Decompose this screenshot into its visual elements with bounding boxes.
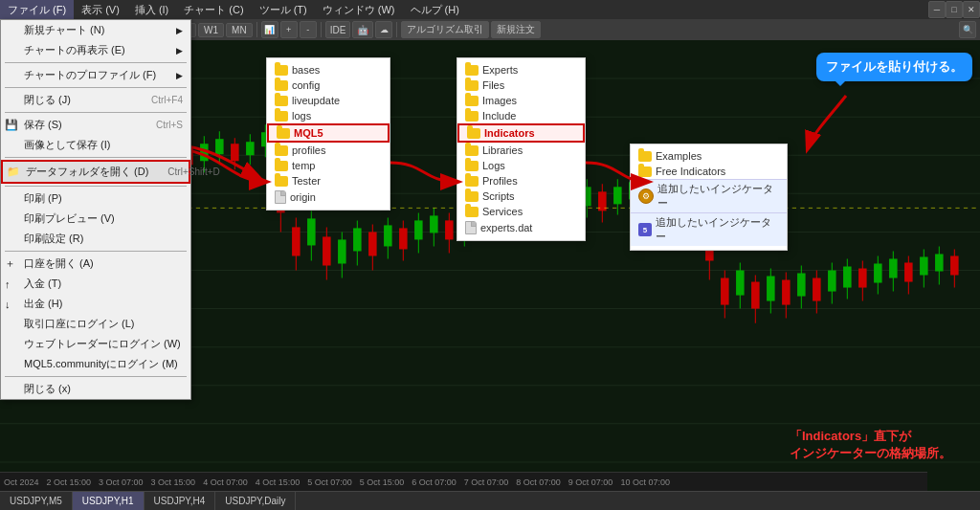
menu-login-webtrader[interactable]: ウェブトレーダーにログイン (W) (1, 334, 190, 354)
menu-deposit[interactable]: ↑ 入金 (T) (1, 274, 190, 294)
menu-save-as-image[interactable]: 画像として保存 (I) (1, 135, 190, 155)
folder-services[interactable]: Services (457, 204, 585, 219)
tab-usdjpy-m5[interactable]: USDJPY,M5 (0, 492, 73, 510)
menu-print-settings[interactable]: 印刷設定 (R) (1, 229, 190, 249)
svg-rect-61 (384, 225, 392, 246)
tab-usdjpy-h4[interactable]: USDJPY,H4 (145, 492, 216, 510)
menu-new-chart[interactable]: 新規チャート (N) ▶ (1, 20, 190, 40)
save-icon: 💾 (5, 119, 18, 131)
folder-liveupdate[interactable]: liveupdate (267, 93, 390, 108)
folder-bases[interactable]: bases (267, 62, 390, 78)
menu-reopen-chart[interactable]: チャートの再表示 (E) ▶ (1, 40, 190, 60)
folder-icon (465, 207, 479, 217)
folder-libraries[interactable]: Libraries (457, 143, 585, 158)
svg-rect-43 (246, 142, 255, 155)
time-axis: Oct 2024 2 Oct 15:00 3 Oct 07:00 3 Oct 1… (0, 472, 927, 491)
svg-rect-127 (889, 258, 898, 277)
menu-close-chart[interactable]: 閉じる (J) Ctrl+F4 (1, 90, 190, 110)
svg-rect-111 (767, 277, 775, 301)
search-icon[interactable]: 🔍 (959, 21, 976, 38)
menu-help[interactable]: ヘルプ (H) (403, 0, 467, 19)
file-icon (275, 190, 286, 204)
folder-images[interactable]: Images (457, 93, 585, 108)
folder-mql5[interactable]: MQL5 (267, 123, 390, 143)
folder-custom-indicator-2[interactable]: 5 追加したいインジケーター (631, 212, 787, 246)
menu-insert[interactable]: 挿入 (I) (127, 0, 176, 19)
svg-rect-57 (353, 228, 362, 251)
close-button[interactable]: ✕ (963, 1, 980, 18)
tf-mn[interactable]: MN (226, 23, 253, 37)
cloud-icon[interactable]: ☁ (375, 21, 392, 38)
svg-rect-67 (430, 215, 438, 233)
bottom-tabs: USDJPY,M5 USDJPY,H1 USDJPY,H4 USDJPY,Dai… (0, 491, 980, 510)
plus-icon: ＋ (5, 256, 15, 271)
menu-print[interactable]: 印刷 (P) (1, 188, 190, 209)
folder-experts[interactable]: Experts (457, 62, 585, 78)
gear-icon: ⚙ (638, 188, 654, 204)
folder-scripts[interactable]: Scripts (457, 188, 585, 204)
folder-icon (465, 65, 479, 76)
menu-open-data-folder[interactable]: 📁 データフォルダを開く (D) Ctrl+Shift+D (1, 160, 190, 184)
folder-profiles2[interactable]: Profiles (457, 173, 585, 188)
ide-icon[interactable]: IDE (325, 21, 351, 38)
algo-trading-icon[interactable]: 🤖 (352, 21, 373, 38)
menu-file[interactable]: ファイル (F) (0, 0, 74, 19)
zoom-out-icon[interactable]: - (300, 21, 317, 38)
folder-tester[interactable]: Tester (267, 173, 390, 188)
menu-save[interactable]: 💾 保存 (S) Ctrl+S (1, 115, 190, 135)
folder-icon (275, 161, 288, 171)
folder-icon (465, 161, 479, 171)
folder-icon (467, 128, 480, 139)
folder-icon (277, 128, 290, 139)
svg-rect-65 (414, 220, 423, 239)
file-origin[interactable]: origin (267, 188, 390, 206)
menu-withdraw[interactable]: ↓ 出金 (H) (1, 294, 190, 314)
tf-w1[interactable]: W1 (198, 23, 224, 37)
svg-rect-37 (200, 144, 209, 161)
menu-exit[interactable]: 閉じる (x) (1, 379, 190, 399)
maximize-button[interactable]: □ (946, 1, 963, 18)
new-order-btn[interactable]: 新規注文 (491, 21, 541, 38)
folder-icon (275, 176, 288, 187)
zoom-in-icon[interactable]: + (280, 21, 298, 38)
folder-include[interactable]: Include (457, 108, 585, 123)
folder-custom-indicator-1[interactable]: ⚙ 追加したいインジケーター (631, 179, 787, 212)
menu-chart-profile[interactable]: チャートのプロファイル (F) ▶ (1, 65, 190, 85)
folder-panel-3: Examples Free Indicators ⚙ 追加したいインジケーター … (630, 144, 788, 251)
folder-profiles[interactable]: profiles (267, 143, 390, 158)
folder-logs[interactable]: logs (267, 108, 390, 123)
menu-window[interactable]: ウィンドウ (W) (315, 0, 403, 19)
menu-login-mql5[interactable]: MQL5.communityにログイン (M) (1, 354, 190, 374)
folder-config[interactable]: config (267, 78, 390, 93)
chart-type-icon[interactable]: 📊 (261, 21, 278, 38)
minimize-button[interactable]: ─ (928, 1, 946, 18)
file-experts-dat[interactable]: experts.dat (457, 219, 585, 236)
tab-usdjpy-daily[interactable]: USDJPY,Daily (215, 492, 296, 510)
svg-rect-115 (797, 274, 806, 297)
folder-free-indicators[interactable]: Free Indicators (631, 164, 787, 179)
folder-icon (275, 145, 288, 156)
folder-indicators[interactable]: Indicators (457, 123, 585, 143)
folder-logs2[interactable]: Logs (457, 158, 585, 173)
menu-tools[interactable]: ツール (T) (252, 0, 315, 19)
folder-panel-1: bases config liveupdate logs MQL5 profil… (266, 57, 390, 211)
menu-print-preview[interactable]: 印刷プレビュー (V) (1, 209, 190, 229)
svg-rect-59 (368, 232, 377, 255)
folder-files[interactable]: Files (457, 78, 585, 93)
folder-panel-2: Experts Files Images Include Indicators … (457, 57, 586, 241)
menu-open-account[interactable]: ＋ 口座を開く (A) (1, 254, 190, 274)
tab-usdjpy-h1[interactable]: USDJPY,H1 (73, 492, 145, 510)
menu-chart[interactable]: チャート (C) (176, 0, 251, 19)
deposit-icon: ↑ (5, 278, 11, 290)
folder-icon (465, 176, 479, 187)
top-menu-bar: ファイル (F) 表示 (V) 挿入 (I) チャート (C) ツール (T) … (0, 0, 980, 19)
svg-rect-39 (215, 139, 224, 154)
menu-view[interactable]: 表示 (V) (74, 0, 127, 19)
callout-paste-file: ファイルを貼り付ける。 (816, 53, 972, 81)
algo-trading-btn[interactable]: アルゴリズム取引 (401, 21, 489, 38)
svg-rect-105 (721, 278, 729, 305)
folder-open-icon: 📁 (7, 166, 20, 178)
folder-temp[interactable]: temp (267, 158, 390, 173)
menu-login-trading[interactable]: 取引口座にログイン (L) (1, 314, 190, 334)
folder-examples[interactable]: Examples (631, 148, 787, 164)
